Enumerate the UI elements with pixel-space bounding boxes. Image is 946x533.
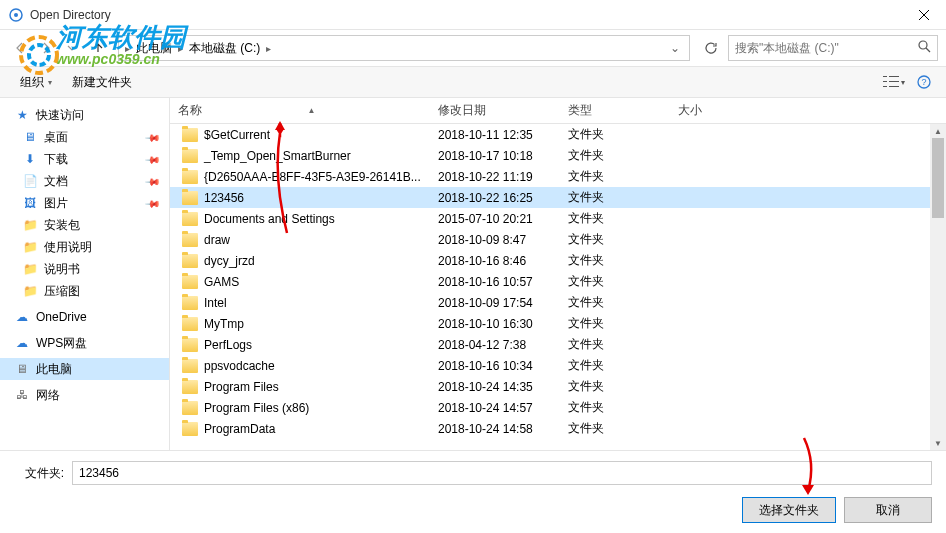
folder-icon: 🖥: [22, 129, 38, 145]
table-row[interactable]: draw 2018-10-09 8:47 文件夹: [170, 229, 946, 250]
star-icon: ★: [14, 107, 30, 123]
sidebar-item-label: 下载: [44, 151, 68, 168]
svg-text:?: ?: [921, 77, 926, 87]
pin-icon: 📌: [145, 195, 161, 211]
col-header-date[interactable]: 修改日期: [430, 102, 560, 119]
file-type: 文件夹: [560, 210, 670, 227]
table-row[interactable]: ProgramData 2018-10-24 14:58 文件夹: [170, 418, 946, 439]
titlebar: Open Directory: [0, 0, 946, 30]
crumb-thispc[interactable]: 此电脑: [132, 40, 176, 57]
folder-icon: 📁: [22, 261, 38, 277]
sidebar-item[interactable]: 📁说明书: [0, 258, 169, 280]
sidebar-item[interactable]: 📁安装包: [0, 214, 169, 236]
file-date: 2018-10-24 14:58: [430, 422, 560, 436]
folder-icon: [182, 401, 198, 415]
table-row[interactable]: dycy_jrzd 2018-10-16 8:46 文件夹: [170, 250, 946, 271]
file-date: 2018-10-11 12:35: [430, 128, 560, 142]
folder-icon: [182, 317, 198, 331]
table-row[interactable]: GAMS 2018-10-16 10:57 文件夹: [170, 271, 946, 292]
folder-name-input[interactable]: [72, 461, 932, 485]
scroll-down-icon[interactable]: ▼: [930, 436, 946, 450]
help-icon: ?: [917, 75, 931, 89]
crumb-drive[interactable]: 本地磁盘 (C:): [185, 40, 264, 57]
col-header-type[interactable]: 类型: [560, 102, 670, 119]
breadcrumb[interactable]: ▸ 此电脑 ▸ 本地磁盘 (C:) ▸ ⌄: [118, 35, 690, 61]
col-header-name[interactable]: 名称 ▲: [170, 102, 430, 119]
table-row[interactable]: $GetCurrent 2018-10-11 12:35 文件夹: [170, 124, 946, 145]
sidebar-item[interactable]: 📄文档📌: [0, 170, 169, 192]
scrollbar[interactable]: ▲ ▼: [930, 124, 946, 450]
help-button[interactable]: ?: [912, 70, 936, 94]
table-row[interactable]: 123456 2018-10-22 16:25 文件夹: [170, 187, 946, 208]
nav-up-button[interactable]: [86, 36, 110, 60]
sidebar-onedrive[interactable]: ☁ OneDrive: [0, 306, 169, 328]
folder-icon: 📁: [22, 239, 38, 255]
col-header-size[interactable]: 大小: [670, 102, 750, 119]
sidebar-item[interactable]: ⬇下载📌: [0, 148, 169, 170]
file-type: 文件夹: [560, 336, 670, 353]
folder-icon: [182, 380, 198, 394]
sidebar-wps[interactable]: ☁ WPS网盘: [0, 332, 169, 354]
sidebar-item[interactable]: 🖼图片📌: [0, 192, 169, 214]
file-date: 2018-10-16 10:57: [430, 275, 560, 289]
table-row[interactable]: MyTmp 2018-10-10 16:30 文件夹: [170, 313, 946, 334]
bottom-bar: 文件夹: 选择文件夹 取消: [0, 450, 946, 533]
search-input[interactable]: [735, 41, 918, 55]
cancel-button[interactable]: 取消: [844, 497, 932, 523]
table-row[interactable]: Program Files 2018-10-24 14:35 文件夹: [170, 376, 946, 397]
file-type: 文件夹: [560, 273, 670, 290]
select-folder-button[interactable]: 选择文件夹: [742, 497, 836, 523]
file-date: 2018-10-09 17:54: [430, 296, 560, 310]
file-name: GAMS: [204, 275, 239, 289]
file-date: 2018-04-12 7:38: [430, 338, 560, 352]
file-date: 2018-10-09 8:47: [430, 233, 560, 247]
table-row[interactable]: Program Files (x86) 2018-10-24 14:57 文件夹: [170, 397, 946, 418]
search-box[interactable]: [728, 35, 938, 61]
app-icon: [8, 7, 24, 23]
refresh-button[interactable]: [698, 35, 724, 61]
view-options-button[interactable]: ▾: [882, 70, 906, 94]
sidebar-item[interactable]: 📁压缩图: [0, 280, 169, 302]
sidebar-thispc[interactable]: 🖥 此电脑: [0, 358, 169, 380]
svg-rect-4: [889, 76, 899, 77]
sidebar-item-label: 安装包: [44, 217, 80, 234]
table-row[interactable]: PerfLogs 2018-04-12 7:38 文件夹: [170, 334, 946, 355]
folder-icon: [182, 275, 198, 289]
folder-field-label: 文件夹:: [14, 465, 64, 482]
close-button[interactable]: [901, 0, 946, 30]
organize-button[interactable]: 组织 ▾: [10, 70, 62, 95]
sidebar-quickaccess[interactable]: ★ 快速访问: [0, 104, 169, 126]
file-name: ppsvodcache: [204, 359, 275, 373]
scrollbar-thumb[interactable]: [932, 138, 944, 218]
svg-rect-5: [883, 81, 887, 82]
table-row[interactable]: _Temp_Open_SmartBurner 2018-10-17 10:18 …: [170, 145, 946, 166]
arrow-right-icon: [39, 41, 53, 55]
file-name: Program Files: [204, 380, 279, 394]
file-name: Intel: [204, 296, 227, 310]
table-row[interactable]: Documents and Settings 2015-07-10 20:21 …: [170, 208, 946, 229]
nav-recent-button[interactable]: [60, 36, 84, 60]
nav-forward-button[interactable]: [34, 36, 58, 60]
file-type: 文件夹: [560, 189, 670, 206]
sidebar-item[interactable]: 📁使用说明: [0, 236, 169, 258]
table-row[interactable]: ppsvodcache 2018-10-16 10:34 文件夹: [170, 355, 946, 376]
table-row[interactable]: Intel 2018-10-09 17:54 文件夹: [170, 292, 946, 313]
folder-icon: [182, 149, 198, 163]
folder-icon: [182, 233, 198, 247]
sidebar-network[interactable]: 🖧 网络: [0, 384, 169, 406]
main-area: ★ 快速访问 🖥桌面📌⬇下载📌📄文档📌🖼图片📌📁安装包📁使用说明📁说明书📁压缩图…: [0, 98, 946, 450]
file-date: 2018-10-16 10:34: [430, 359, 560, 373]
file-name: Documents and Settings: [204, 212, 335, 226]
breadcrumb-dropdown[interactable]: ⌄: [665, 41, 685, 55]
file-date: 2018-10-10 16:30: [430, 317, 560, 331]
scroll-up-icon[interactable]: ▲: [930, 124, 946, 138]
table-row[interactable]: {D2650AAA-B8FF-43F5-A3E9-26141B... 2018-…: [170, 166, 946, 187]
nav-back-button[interactable]: [8, 36, 32, 60]
new-folder-button[interactable]: 新建文件夹: [62, 70, 142, 95]
sidebar-item-label: 压缩图: [44, 283, 80, 300]
file-type: 文件夹: [560, 357, 670, 374]
file-type: 文件夹: [560, 126, 670, 143]
nav-bar: ▸ 此电脑 ▸ 本地磁盘 (C:) ▸ ⌄: [0, 30, 946, 66]
sidebar-item[interactable]: 🖥桌面📌: [0, 126, 169, 148]
file-name: 123456: [204, 191, 244, 205]
